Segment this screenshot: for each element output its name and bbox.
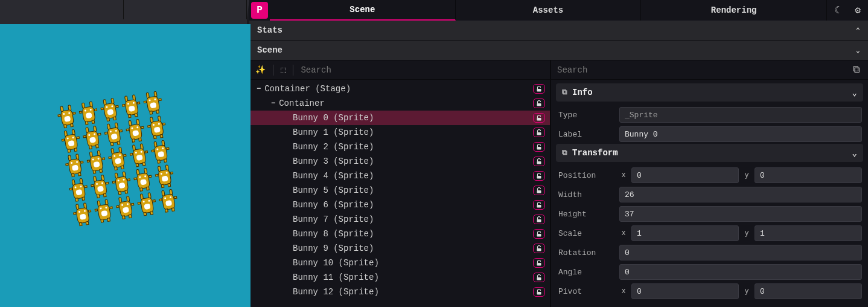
svg-rect-1 [537,103,541,106]
unlock-icon[interactable] [533,99,545,108]
input-rotation[interactable] [619,245,862,260]
input-scale-x[interactable] [631,225,739,241]
separator [293,65,293,76]
bunny-sprite[interactable] [108,146,127,171]
bunny-sprite[interactable] [83,125,101,150]
bunny-sprite[interactable] [91,174,109,199]
unlock-icon[interactable] [533,128,545,137]
section-stats[interactable]: Stats ⌃ [249,21,868,40]
tree-item-sprite[interactable]: Bunny 0 (Sprite) [249,111,550,125]
bunny-sprite[interactable] [126,118,144,143]
input-pivot-y[interactable] [755,283,862,299]
input-position-y[interactable] [755,167,862,183]
tree-item-sprite[interactable]: Bunny 3 (Sprite) [249,154,550,169]
input-position-x[interactable] [631,167,739,183]
field-scale: Scale x y [556,224,863,243]
tree-item-sprite[interactable]: Bunny 8 (Sprite) [249,227,550,241]
tree-item-sprite[interactable]: Bunny 9 (Sprite) [249,241,550,256]
separator [273,65,273,76]
render-canvas[interactable] [0,24,251,307]
bunny-sprite[interactable] [133,167,152,192]
bounding-box-icon[interactable]: ⬚ [281,65,286,75]
tree-item-sprite[interactable]: Bunny 7 (Sprite) [249,212,550,227]
scene-tree[interactable]: −Container (Stage)−ContainerBunny 0 (Spr… [249,80,550,307]
bunny-sprite[interactable] [147,115,166,140]
bunny-sprite[interactable] [65,153,84,178]
bunny-grid [54,89,181,228]
bunny-sprite[interactable] [130,143,148,168]
section-stats-label: Stats [257,25,282,35]
tree-item-sprite[interactable]: Bunny 11 (Sprite) [249,270,550,285]
bunny-sprite[interactable] [73,202,92,227]
bunny-sprite[interactable] [116,195,135,220]
unlock-icon[interactable] [533,215,545,224]
section-scene[interactable]: Scene ⌄ [249,40,868,60]
input-label[interactable] [619,126,862,142]
unlock-icon[interactable] [533,84,545,94]
unlock-icon[interactable] [533,287,545,297]
input-scale-y[interactable] [755,225,862,241]
bunny-sprite[interactable] [104,122,123,147]
section-scene-label: Scene [257,45,282,55]
collapse-icon[interactable]: − [257,85,261,93]
theme-toggle-icon[interactable]: ☾ [827,0,847,21]
tree-item-sprite[interactable]: Bunny 12 (Sprite) [249,285,550,299]
bunny-sprite[interactable] [155,164,174,189]
tree-item-container[interactable]: −Container [249,96,550,111]
input-height[interactable] [619,206,862,222]
unlock-icon[interactable] [533,171,545,181]
axis-x: x [619,171,628,179]
bunny-sprite[interactable] [144,91,162,115]
bunny-sprite[interactable] [159,189,177,213]
bunny-sprite[interactable] [95,199,113,224]
bunny-sprite[interactable] [122,94,141,119]
input-angle[interactable] [619,264,862,280]
bunny-sprite[interactable] [57,104,76,129]
unlock-icon[interactable] [533,157,545,166]
unlock-icon[interactable] [533,186,545,195]
bunny-sprite[interactable] [79,101,98,126]
bunny-sprite[interactable] [138,192,156,217]
label-scale: Scale [557,229,614,238]
svg-rect-2 [537,118,541,121]
tree-item-sprite[interactable]: Bunny 5 (Sprite) [249,183,550,198]
tree-item-sprite[interactable]: Bunny 2 (Sprite) [249,140,550,154]
tab-assets[interactable]: Assets [456,0,642,21]
group-transform-header[interactable]: ⧉Transform ⌄ [556,144,863,162]
magic-wand-icon[interactable]: ✨ [255,65,266,75]
settings-icon[interactable]: ⚙ [847,0,868,21]
tree-search-input[interactable] [301,65,544,75]
tree-item-sprite[interactable]: Bunny 4 (Sprite) [249,169,550,183]
bunny-sprite[interactable] [69,178,88,202]
tab-scene[interactable]: Scene [270,0,456,21]
copy-icon[interactable]: ⧉ [850,64,862,76]
bunny-sprite[interactable] [151,140,170,164]
bunny-sprite[interactable] [87,150,106,175]
bunny-sprite[interactable] [100,97,119,122]
stack-icon: ⧉ [562,149,567,157]
unlock-icon[interactable] [533,244,545,253]
viewport-top-bar [0,0,247,19]
input-width[interactable] [619,187,862,202]
unlock-icon[interactable] [533,273,545,282]
tree-item-sprite[interactable]: Bunny 6 (Sprite) [249,198,550,212]
input-pivot-x[interactable] [631,283,739,299]
unlock-icon[interactable] [533,113,545,123]
unlock-icon[interactable] [533,258,545,268]
group-info-header[interactable]: ⧉Info ⌄ [556,83,863,102]
field-angle: Angle [556,262,863,282]
bunny-sprite[interactable] [62,129,80,154]
tree-item-sprite[interactable]: Bunny 10 (Sprite) [249,256,550,270]
field-rotation: Rotation [556,243,863,262]
collapse-icon[interactable]: − [271,99,275,108]
tree-item-stage[interactable]: −Container (Stage) [249,82,550,96]
props-search-input[interactable] [557,65,843,75]
chevron-down-icon: ⌄ [852,88,857,98]
unlock-icon[interactable] [533,200,545,210]
tree-item-sprite[interactable]: Bunny 1 (Sprite) [249,125,550,140]
unlock-icon[interactable] [533,229,545,239]
bunny-sprite[interactable] [112,171,131,196]
unlock-icon[interactable] [533,142,545,152]
tab-rendering[interactable]: Rendering [641,0,827,21]
label-angle: Angle [557,268,614,277]
